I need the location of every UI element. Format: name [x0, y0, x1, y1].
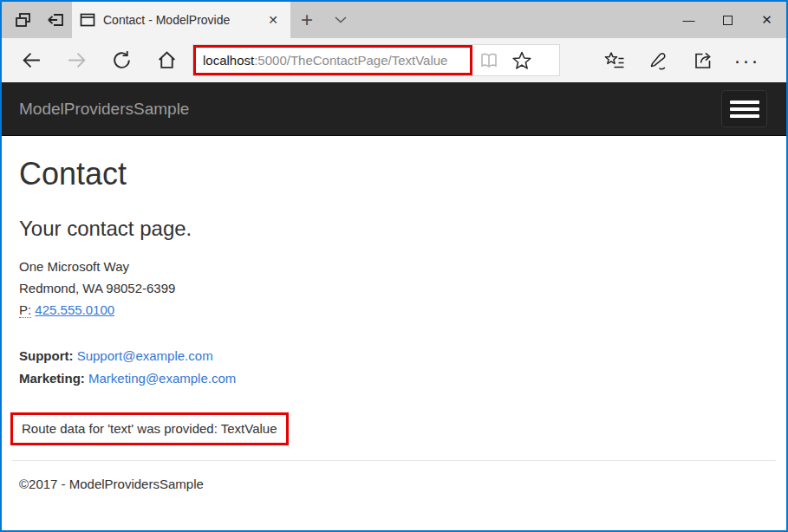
web-note-button[interactable]: [636, 43, 681, 78]
set-aside-tabs-list-icon: [13, 10, 32, 29]
refresh-button[interactable]: [99, 43, 144, 78]
maximize-button[interactable]: [708, 2, 747, 38]
page-icon: [79, 11, 96, 29]
new-tab-button[interactable]: +: [290, 2, 323, 38]
close-tab-icon[interactable]: ✕: [263, 13, 283, 27]
maximize-icon: [723, 16, 733, 25]
browser-tab[interactable]: Contact - ModelProvide ✕: [72, 2, 290, 38]
address-bar: localhost:5000/TheContactPage/TextValue: [192, 44, 560, 76]
pen-icon: [648, 50, 669, 71]
url-path: :5000/TheContactPage/TextValue: [254, 53, 447, 68]
settings-more-button[interactable]: ···: [725, 43, 769, 78]
support-email-link[interactable]: Support@example.com: [77, 348, 213, 363]
arrow-into-window-icon: [46, 10, 65, 29]
titlebar-drag-area: [358, 2, 669, 38]
book-icon: [479, 50, 499, 71]
share-icon: [693, 50, 713, 71]
refresh-icon: [111, 49, 133, 71]
url-host: localhost: [203, 53, 254, 68]
toolbar-right-group: ···: [592, 43, 769, 78]
hub-favorites-list-icon: [604, 50, 625, 71]
share-button[interactable]: [681, 43, 725, 78]
url-input[interactable]: localhost:5000/TheContactPage/TextValue: [193, 45, 472, 75]
close-icon: ✕: [761, 12, 772, 28]
marketing-row: Marketing: Marketing@example.com: [19, 367, 769, 390]
more-icon: ···: [734, 56, 760, 65]
support-label: Support:: [19, 348, 73, 363]
browser-toolbar: localhost:5000/TheContactPage/TextValue: [2, 38, 786, 82]
plus-icon: +: [301, 8, 313, 32]
page-subtitle: Your contact page.: [19, 216, 769, 242]
address-line1: One Microsoft Way: [19, 259, 129, 274]
email-contacts: Support: Support@example.com Marketing: …: [19, 345, 769, 390]
marketing-email-link[interactable]: Marketing@example.com: [88, 371, 236, 386]
back-arrow-icon: [21, 49, 42, 71]
phone-link[interactable]: 425.555.0100: [35, 302, 114, 317]
route-data-highlight: Route data for 'text' was provided: Text…: [10, 412, 289, 445]
forward-arrow-icon: [66, 49, 88, 71]
tab-preview-toggle[interactable]: [323, 2, 358, 38]
postal-address: One Microsoft Way Redmond, WA 98052-6399…: [19, 256, 769, 321]
set-tabs-aside-button[interactable]: [39, 2, 72, 38]
page-title: Contact: [19, 157, 769, 191]
hub-button[interactable]: [592, 43, 636, 78]
support-row: Support: Support@example.com: [19, 345, 769, 367]
close-window-button[interactable]: ✕: [747, 2, 786, 38]
chevron-down-icon: [335, 16, 347, 23]
minimize-icon: —: [683, 13, 695, 27]
home-button[interactable]: [144, 43, 189, 78]
route-data-message: Route data for 'text' was provided: Text…: [22, 421, 277, 436]
brand-link[interactable]: ModelProvidersSample: [19, 100, 189, 119]
browser-window: Contact - ModelProvide ✕ + — ✕: [0, 0, 788, 532]
minimize-button[interactable]: —: [669, 2, 708, 38]
home-icon: [156, 49, 178, 71]
back-button[interactable]: [9, 43, 54, 78]
hamburger-menu-button[interactable]: [721, 90, 767, 127]
tab-title: Contact - ModelProvide: [103, 13, 256, 27]
site-navbar: ModelProvidersSample: [2, 82, 786, 136]
star-icon: [511, 50, 532, 71]
phone-abbr: P:: [19, 302, 31, 318]
footer-divider: [12, 460, 776, 461]
address-line2: Redmond, WA 98052-6399: [19, 281, 175, 295]
add-favorite-button[interactable]: [505, 46, 538, 75]
title-bar: Contact - ModelProvide ✕ + — ✕: [2, 2, 786, 38]
page-content: Contact Your contact page. One Microsoft…: [2, 136, 786, 530]
footer-copyright: ©2017 - ModelProvidersSample: [19, 477, 769, 491]
marketing-label: Marketing:: [19, 371, 85, 386]
reading-view-button[interactable]: [472, 46, 505, 75]
forward-button[interactable]: [54, 43, 99, 78]
tabs-set-aside-list-button[interactable]: [6, 2, 39, 38]
